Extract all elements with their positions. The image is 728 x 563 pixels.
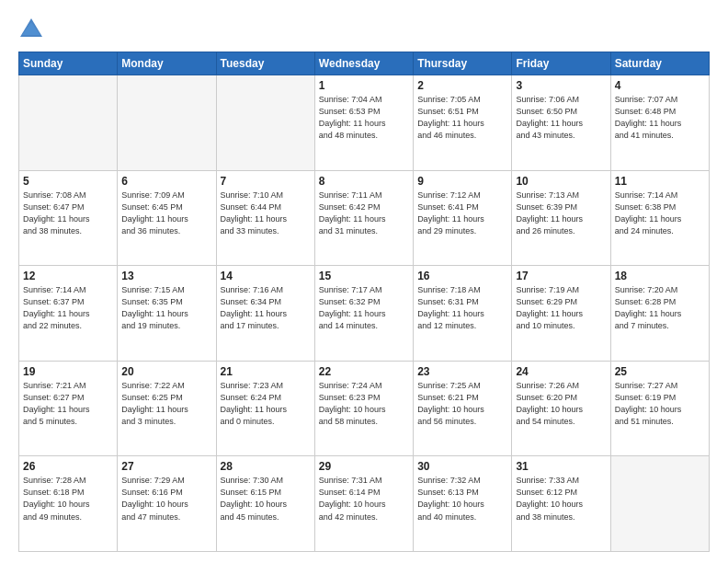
calendar-cell: 2Sunrise: 7:05 AM Sunset: 6:51 PM Daylig… xyxy=(414,75,512,171)
calendar-week-row: 19Sunrise: 7:21 AM Sunset: 6:27 PM Dayli… xyxy=(19,361,710,456)
calendar-cell: 24Sunrise: 7:26 AM Sunset: 6:20 PM Dayli… xyxy=(512,361,610,456)
calendar-cell: 27Sunrise: 7:29 AM Sunset: 6:16 PM Dayli… xyxy=(118,456,216,552)
day-number: 12 xyxy=(23,270,113,282)
day-info: Sunrise: 7:19 AM Sunset: 6:29 PM Dayligh… xyxy=(516,284,606,332)
calendar-day-header: Monday xyxy=(118,52,216,75)
calendar-cell: 22Sunrise: 7:24 AM Sunset: 6:23 PM Dayli… xyxy=(314,361,413,456)
calendar-cell: 23Sunrise: 7:25 AM Sunset: 6:21 PM Dayli… xyxy=(414,361,512,456)
calendar-day-header: Sunday xyxy=(19,52,118,75)
day-info: Sunrise: 7:15 AM Sunset: 6:35 PM Dayligh… xyxy=(121,284,211,332)
day-number: 10 xyxy=(516,175,606,188)
day-info: Sunrise: 7:11 AM Sunset: 6:42 PM Dayligh… xyxy=(319,190,409,237)
day-number: 9 xyxy=(417,175,507,188)
day-number: 11 xyxy=(615,175,705,188)
calendar-day-header: Wednesday xyxy=(314,52,413,75)
day-number: 20 xyxy=(121,365,211,378)
day-info: Sunrise: 7:30 AM Sunset: 6:15 PM Dayligh… xyxy=(221,475,311,523)
day-info: Sunrise: 7:16 AM Sunset: 6:34 PM Dayligh… xyxy=(221,284,311,332)
calendar-cell: 12Sunrise: 7:14 AM Sunset: 6:37 PM Dayli… xyxy=(19,266,118,362)
day-number: 19 xyxy=(23,365,113,378)
day-number: 8 xyxy=(319,175,409,188)
page: SundayMondayTuesdayWednesdayThursdayFrid… xyxy=(0,0,728,563)
calendar-cell: 20Sunrise: 7:22 AM Sunset: 6:25 PM Dayli… xyxy=(118,361,216,456)
day-info: Sunrise: 7:29 AM Sunset: 6:16 PM Dayligh… xyxy=(121,475,211,523)
calendar-cell: 11Sunrise: 7:14 AM Sunset: 6:38 PM Dayli… xyxy=(610,170,709,266)
day-info: Sunrise: 7:33 AM Sunset: 6:12 PM Dayligh… xyxy=(516,475,606,523)
calendar-cell: 25Sunrise: 7:27 AM Sunset: 6:19 PM Dayli… xyxy=(610,361,709,456)
calendar-header-row: SundayMondayTuesdayWednesdayThursdayFrid… xyxy=(19,52,710,75)
day-info: Sunrise: 7:04 AM Sunset: 6:53 PM Dayligh… xyxy=(319,94,409,142)
day-number: 5 xyxy=(23,175,113,188)
day-number: 28 xyxy=(221,460,311,473)
calendar-cell xyxy=(19,75,118,171)
day-info: Sunrise: 7:14 AM Sunset: 6:38 PM Dayligh… xyxy=(615,190,705,237)
day-info: Sunrise: 7:10 AM Sunset: 6:44 PM Dayligh… xyxy=(221,190,311,237)
calendar-cell: 29Sunrise: 7:31 AM Sunset: 6:14 PM Dayli… xyxy=(314,456,413,552)
day-number: 15 xyxy=(319,270,409,282)
day-info: Sunrise: 7:17 AM Sunset: 6:32 PM Dayligh… xyxy=(319,284,409,332)
calendar-cell: 15Sunrise: 7:17 AM Sunset: 6:32 PM Dayli… xyxy=(314,266,413,362)
day-number: 23 xyxy=(417,365,507,378)
calendar-cell: 10Sunrise: 7:13 AM Sunset: 6:39 PM Dayli… xyxy=(512,170,610,266)
day-number: 24 xyxy=(516,365,606,378)
day-number: 13 xyxy=(121,270,211,282)
calendar-cell: 30Sunrise: 7:32 AM Sunset: 6:13 PM Dayli… xyxy=(414,456,512,552)
calendar-cell: 28Sunrise: 7:30 AM Sunset: 6:15 PM Dayli… xyxy=(216,456,314,552)
day-info: Sunrise: 7:28 AM Sunset: 6:18 PM Dayligh… xyxy=(23,475,113,523)
logo xyxy=(18,17,48,42)
day-number: 7 xyxy=(221,175,311,188)
calendar-cell xyxy=(216,75,314,171)
day-number: 2 xyxy=(417,79,507,92)
day-info: Sunrise: 7:24 AM Sunset: 6:23 PM Dayligh… xyxy=(319,380,409,428)
day-info: Sunrise: 7:27 AM Sunset: 6:19 PM Dayligh… xyxy=(615,380,705,428)
calendar-cell: 6Sunrise: 7:09 AM Sunset: 6:45 PM Daylig… xyxy=(118,170,216,266)
header xyxy=(18,17,710,42)
day-info: Sunrise: 7:12 AM Sunset: 6:41 PM Dayligh… xyxy=(417,190,507,237)
day-number: 14 xyxy=(221,270,311,282)
day-info: Sunrise: 7:25 AM Sunset: 6:21 PM Dayligh… xyxy=(417,380,507,428)
calendar-cell: 18Sunrise: 7:20 AM Sunset: 6:28 PM Dayli… xyxy=(610,266,709,362)
day-info: Sunrise: 7:06 AM Sunset: 6:50 PM Dayligh… xyxy=(516,94,606,142)
calendar-day-header: Friday xyxy=(512,52,610,75)
calendar-cell: 14Sunrise: 7:16 AM Sunset: 6:34 PM Dayli… xyxy=(216,266,314,362)
calendar-cell: 17Sunrise: 7:19 AM Sunset: 6:29 PM Dayli… xyxy=(512,266,610,362)
calendar-cell: 31Sunrise: 7:33 AM Sunset: 6:12 PM Dayli… xyxy=(512,456,610,552)
calendar-cell xyxy=(118,75,216,171)
calendar-day-header: Tuesday xyxy=(216,52,314,75)
svg-marker-1 xyxy=(22,22,40,35)
day-number: 25 xyxy=(615,365,705,378)
calendar-cell: 19Sunrise: 7:21 AM Sunset: 6:27 PM Dayli… xyxy=(19,361,118,456)
day-info: Sunrise: 7:05 AM Sunset: 6:51 PM Dayligh… xyxy=(417,94,507,142)
day-info: Sunrise: 7:08 AM Sunset: 6:47 PM Dayligh… xyxy=(23,190,113,237)
calendar-cell: 21Sunrise: 7:23 AM Sunset: 6:24 PM Dayli… xyxy=(216,361,314,456)
calendar-cell: 8Sunrise: 7:11 AM Sunset: 6:42 PM Daylig… xyxy=(314,170,413,266)
calendar-cell: 13Sunrise: 7:15 AM Sunset: 6:35 PM Dayli… xyxy=(118,266,216,362)
day-info: Sunrise: 7:23 AM Sunset: 6:24 PM Dayligh… xyxy=(221,380,311,428)
day-number: 27 xyxy=(121,460,211,473)
day-number: 29 xyxy=(319,460,409,473)
day-info: Sunrise: 7:21 AM Sunset: 6:27 PM Dayligh… xyxy=(23,380,113,428)
calendar-cell xyxy=(610,456,709,552)
day-info: Sunrise: 7:18 AM Sunset: 6:31 PM Dayligh… xyxy=(417,284,507,332)
day-number: 4 xyxy=(615,79,705,92)
day-info: Sunrise: 7:22 AM Sunset: 6:25 PM Dayligh… xyxy=(121,380,211,428)
calendar-cell: 5Sunrise: 7:08 AM Sunset: 6:47 PM Daylig… xyxy=(19,170,118,266)
day-info: Sunrise: 7:20 AM Sunset: 6:28 PM Dayligh… xyxy=(615,284,705,332)
calendar-cell: 7Sunrise: 7:10 AM Sunset: 6:44 PM Daylig… xyxy=(216,170,314,266)
day-number: 17 xyxy=(516,270,606,282)
day-number: 18 xyxy=(615,270,705,282)
day-info: Sunrise: 7:26 AM Sunset: 6:20 PM Dayligh… xyxy=(516,380,606,428)
calendar-table: SundayMondayTuesdayWednesdayThursdayFrid… xyxy=(18,52,710,552)
calendar-cell: 9Sunrise: 7:12 AM Sunset: 6:41 PM Daylig… xyxy=(414,170,512,266)
day-number: 16 xyxy=(417,270,507,282)
calendar-week-row: 5Sunrise: 7:08 AM Sunset: 6:47 PM Daylig… xyxy=(19,170,710,266)
day-info: Sunrise: 7:13 AM Sunset: 6:39 PM Dayligh… xyxy=(516,190,606,237)
calendar-cell: 26Sunrise: 7:28 AM Sunset: 6:18 PM Dayli… xyxy=(19,456,118,552)
calendar-cell: 4Sunrise: 7:07 AM Sunset: 6:48 PM Daylig… xyxy=(610,75,709,171)
day-info: Sunrise: 7:09 AM Sunset: 6:45 PM Dayligh… xyxy=(121,190,211,237)
day-number: 31 xyxy=(516,460,606,473)
day-info: Sunrise: 7:31 AM Sunset: 6:14 PM Dayligh… xyxy=(319,475,409,523)
day-info: Sunrise: 7:07 AM Sunset: 6:48 PM Dayligh… xyxy=(615,94,705,142)
calendar-week-row: 12Sunrise: 7:14 AM Sunset: 6:37 PM Dayli… xyxy=(19,266,710,362)
day-info: Sunrise: 7:32 AM Sunset: 6:13 PM Dayligh… xyxy=(417,475,507,523)
